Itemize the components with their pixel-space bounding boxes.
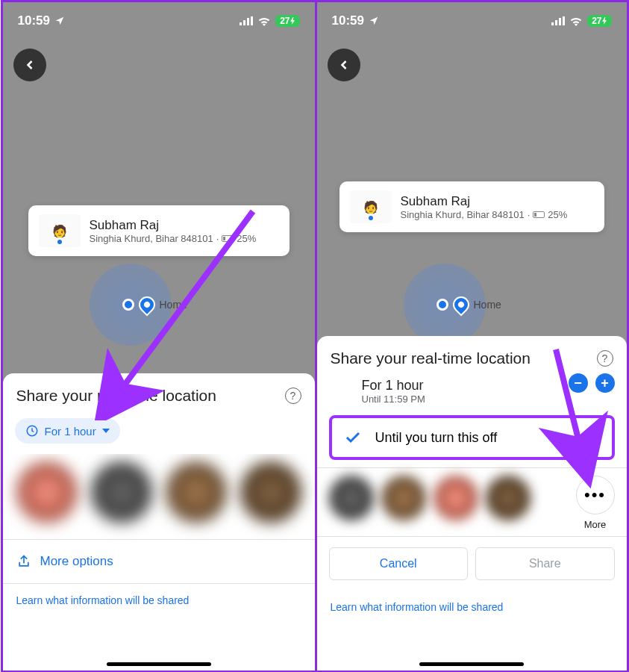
contact-avatar[interactable] bbox=[16, 461, 78, 523]
contact-avatar[interactable] bbox=[166, 461, 227, 523]
wifi-icon bbox=[569, 16, 583, 26]
current-location-dot-icon bbox=[436, 299, 448, 311]
home-marker: Home bbox=[122, 296, 187, 313]
home-label: Home bbox=[160, 299, 187, 311]
more-options-row[interactable]: More options bbox=[3, 540, 315, 583]
contact-avatar-icon: 🧑 bbox=[51, 223, 68, 239]
card-thumbnail: 🧑 bbox=[39, 214, 81, 247]
contact-avatar[interactable] bbox=[91, 461, 152, 523]
duration-option-hour[interactable]: For 1 hour Until 11:59 PM − + bbox=[317, 373, 627, 409]
screenshot-right: 10:59 27 🧑 Subham Raj Singhia Khurd, Bih… bbox=[315, 2, 627, 671]
contact-detail: Singhia Khurd, Bihar 848101 · 25% bbox=[401, 209, 594, 220]
share-sheet-expanded: Share your real-time location ? For 1 ho… bbox=[317, 336, 627, 671]
svg-rect-0 bbox=[240, 22, 242, 25]
chevron-left-icon bbox=[337, 57, 351, 72]
screenshot-left: 10:59 27 🧑 Subham Raj Singhia Khurd, Bih… bbox=[3, 2, 315, 671]
contacts-row bbox=[3, 454, 315, 539]
svg-rect-9 bbox=[563, 16, 565, 25]
sheet-title: Share your real-time location bbox=[331, 349, 531, 367]
duration-pill[interactable]: For 1 hour bbox=[15, 418, 120, 444]
battery-badge: 27 bbox=[587, 15, 611, 27]
contacts-row: ••• More bbox=[317, 468, 627, 536]
status-time: 10:59 bbox=[332, 13, 364, 28]
more-contacts-button[interactable]: ••• bbox=[576, 476, 615, 514]
current-location-dot-icon bbox=[122, 299, 134, 311]
contact-pin-icon bbox=[56, 238, 63, 246]
contact-avatar[interactable] bbox=[486, 476, 531, 520]
contact-avatar[interactable] bbox=[240, 461, 301, 523]
share-button[interactable]: Share bbox=[475, 547, 615, 580]
svg-rect-2 bbox=[247, 18, 249, 25]
battery-badge: 27 bbox=[275, 15, 299, 27]
decrease-button[interactable]: − bbox=[569, 373, 588, 393]
signal-icon bbox=[240, 16, 253, 25]
battery-mini-icon bbox=[533, 211, 545, 218]
contact-detail: Singhia Khurd, Bihar 848101 · 25% bbox=[90, 233, 279, 244]
contact-card[interactable]: 🧑 Subham Raj Singhia Khurd, Bihar 848101… bbox=[339, 181, 604, 232]
help-icon[interactable]: ? bbox=[285, 388, 301, 404]
contact-avatar[interactable] bbox=[329, 476, 374, 520]
status-bar: 10:59 27 bbox=[3, 2, 315, 40]
chevron-left-icon bbox=[22, 57, 37, 72]
cancel-button[interactable]: Cancel bbox=[329, 547, 469, 580]
clock-icon bbox=[25, 424, 39, 438]
contact-name: Subham Raj bbox=[401, 194, 594, 209]
back-button[interactable] bbox=[13, 49, 46, 81]
duration-option-until-off[interactable]: Until you turn this off bbox=[329, 415, 615, 460]
location-arrow-icon bbox=[54, 16, 65, 26]
card-thumbnail: 🧑 bbox=[350, 190, 392, 223]
contact-pin-icon bbox=[367, 214, 375, 222]
home-label: Home bbox=[474, 299, 501, 311]
svg-rect-1 bbox=[243, 20, 245, 25]
more-label: More bbox=[584, 519, 607, 530]
share-sheet: Share your real-time location ? For 1 ho… bbox=[3, 373, 315, 671]
status-bar: 10:59 27 bbox=[317, 2, 627, 40]
contact-avatar[interactable] bbox=[381, 476, 426, 520]
svg-rect-7 bbox=[555, 20, 557, 25]
contact-avatar-icon: 🧑 bbox=[363, 199, 379, 215]
location-arrow-icon bbox=[369, 16, 379, 26]
check-icon bbox=[344, 429, 362, 447]
home-indicator bbox=[419, 662, 524, 666]
status-time: 10:59 bbox=[18, 13, 50, 28]
learn-link[interactable]: Learn what information will be shared bbox=[3, 584, 315, 621]
contact-name: Subham Raj bbox=[90, 218, 279, 233]
back-button[interactable] bbox=[328, 49, 360, 81]
home-indicator bbox=[107, 662, 211, 666]
help-icon[interactable]: ? bbox=[597, 350, 613, 367]
svg-rect-8 bbox=[559, 18, 561, 25]
learn-link[interactable]: Learn what information will be shared bbox=[317, 591, 627, 628]
wifi-icon bbox=[257, 16, 271, 26]
increase-button[interactable]: + bbox=[595, 373, 615, 393]
share-icon bbox=[16, 553, 31, 570]
contact-card[interactable]: 🧑 Subham Raj Singhia Khurd, Bihar 848101… bbox=[28, 205, 290, 256]
dropdown-caret-icon bbox=[102, 429, 110, 433]
home-marker: Home bbox=[436, 296, 501, 313]
contact-avatar[interactable] bbox=[434, 476, 478, 520]
svg-rect-3 bbox=[251, 16, 253, 25]
battery-mini-icon bbox=[222, 235, 234, 242]
sheet-title: Share your real-time location bbox=[16, 387, 216, 405]
signal-icon bbox=[551, 16, 565, 25]
svg-rect-6 bbox=[551, 22, 554, 25]
